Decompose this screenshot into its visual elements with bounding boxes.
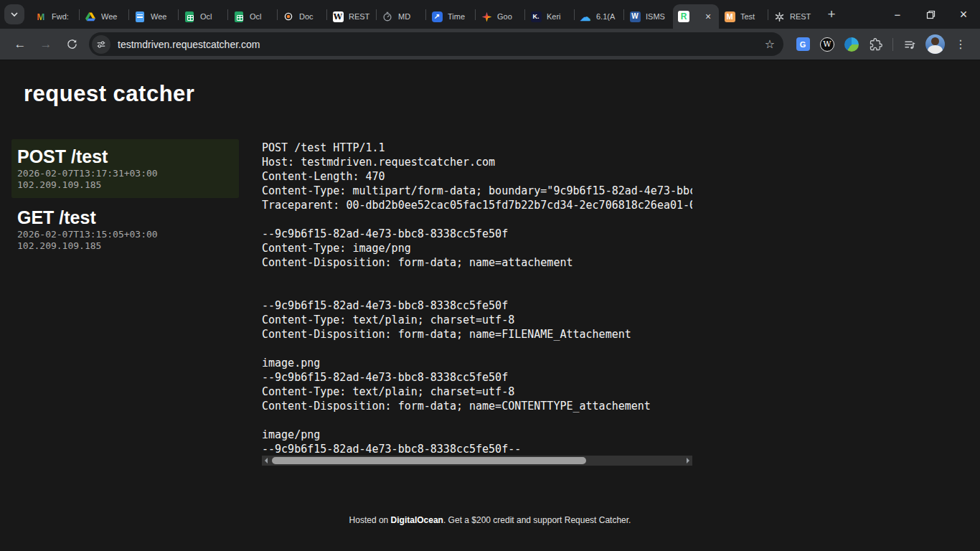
tab-gmail[interactable]: M Fwd: bbox=[30, 4, 79, 29]
tab-docs[interactable]: Wee bbox=[129, 4, 178, 29]
request-timestamp: 2026-02-07T13:15:05+03:00 bbox=[17, 229, 232, 240]
mail-m-icon: M bbox=[725, 11, 735, 22]
reload-icon bbox=[66, 38, 78, 50]
site-info-button[interactable] bbox=[92, 35, 110, 54]
word-icon: W bbox=[630, 11, 641, 22]
tab-kerika[interactable]: K. Keri bbox=[525, 4, 574, 29]
timer-app-icon: ↗ bbox=[432, 11, 443, 22]
puzzle-icon bbox=[870, 38, 882, 51]
reload-button[interactable] bbox=[61, 34, 83, 55]
toolbar-separator bbox=[892, 38, 893, 51]
translate-icon: G bbox=[796, 37, 810, 51]
scrollbar-thumb[interactable] bbox=[272, 457, 586, 464]
back-button[interactable]: ← bbox=[9, 34, 31, 55]
translate-extension-button[interactable]: G bbox=[793, 34, 813, 55]
request-method-path: GET /test bbox=[17, 207, 232, 229]
restore-button[interactable] bbox=[914, 0, 947, 29]
tab-search-button[interactable] bbox=[4, 4, 24, 24]
request-timestamp: 2026-02-07T13:17:31+03:00 bbox=[17, 168, 232, 179]
chevron-down-icon bbox=[10, 10, 19, 19]
new-tab-button[interactable]: + bbox=[821, 4, 842, 24]
sheets-icon bbox=[233, 11, 245, 22]
request-list: POST /test 2026-02-07T13:17:31+03:00 102… bbox=[11, 139, 239, 259]
url-text[interactable]: testmdriven.requestcatcher.com bbox=[118, 39, 765, 50]
tab-cloud-doc[interactable]: ☁ 6.1(A bbox=[575, 4, 623, 29]
kerika-icon: K. bbox=[531, 11, 542, 22]
request-body-text: POST /test HTTP/1.1 Host: testmdriven.re… bbox=[262, 141, 692, 456]
footer-prefix: Hosted on bbox=[349, 515, 391, 525]
wikipedia-icon: W bbox=[333, 11, 344, 22]
scroll-left-arrow[interactable] bbox=[262, 456, 270, 466]
drive-icon bbox=[85, 11, 96, 22]
horizontal-scrollbar[interactable] bbox=[262, 456, 692, 466]
tab-sheets-1[interactable]: Ocl bbox=[179, 4, 227, 29]
tab-strip: M Fwd: Wee Wee Ocl Ocl Doc W REST bbox=[0, 0, 980, 29]
idm-extension-button[interactable] bbox=[842, 34, 862, 55]
close-window-button[interactable]: × bbox=[947, 0, 980, 29]
tab-wikipedia[interactable]: W REST bbox=[327, 4, 376, 29]
bookmark-star-icon[interactable]: ☆ bbox=[765, 37, 775, 51]
address-bar[interactable]: testmdriven.requestcatcher.com ☆ bbox=[89, 32, 783, 56]
request-item-post[interactable]: POST /test 2026-02-07T13:17:31+03:00 102… bbox=[11, 139, 239, 198]
request-body-panel: POST /test HTTP/1.1 Host: testmdriven.re… bbox=[262, 141, 692, 456]
docs-icon bbox=[134, 11, 146, 22]
request-ip: 102.209.109.185 bbox=[17, 240, 232, 252]
tab-md[interactable]: MD bbox=[377, 4, 425, 29]
tab-openai-rest[interactable]: REST bbox=[768, 4, 817, 29]
stopwatch-icon bbox=[382, 11, 393, 22]
openai-icon bbox=[773, 11, 785, 22]
tab-dochub[interactable]: Doc bbox=[278, 4, 326, 29]
page-title: request catcher bbox=[24, 81, 194, 107]
wikipedia-circle-icon: W bbox=[820, 37, 834, 52]
footer-link[interactable]: Hosted on DigitalOcean. Get a $200 credi… bbox=[0, 515, 980, 525]
dochub-icon bbox=[283, 11, 294, 22]
footer-brand: DigitalOcean bbox=[391, 515, 443, 525]
request-catcher-icon: R bbox=[678, 11, 689, 22]
tab-drive[interactable]: Wee bbox=[80, 4, 128, 29]
minimize-button[interactable]: − bbox=[881, 0, 914, 29]
tab-word-isms[interactable]: W ISMS bbox=[624, 4, 673, 29]
google-sparkle-icon bbox=[481, 11, 492, 22]
restore-icon bbox=[926, 10, 936, 19]
extensions-button[interactable] bbox=[866, 34, 886, 55]
browser-menu-button[interactable]: ⋮ bbox=[951, 34, 971, 55]
media-queue-button[interactable] bbox=[900, 34, 920, 55]
request-ip: 102.209.109.185 bbox=[17, 179, 232, 191]
request-method-path: POST /test bbox=[17, 146, 232, 168]
tab-test-mail[interactable]: M Test bbox=[719, 4, 768, 29]
gmail-icon: M bbox=[35, 11, 47, 22]
profile-avatar[interactable] bbox=[925, 34, 945, 54]
tab-sheets-2[interactable]: Ocl bbox=[228, 4, 277, 29]
wikipedia-extension-button[interactable]: W bbox=[817, 34, 837, 55]
tab-request-catcher-active[interactable]: R × bbox=[673, 4, 719, 29]
scroll-right-arrow[interactable] bbox=[684, 456, 692, 466]
page-content: request catcher POST /test 2026-02-07T13… bbox=[0, 60, 980, 550]
window-controls: − × bbox=[881, 0, 980, 29]
tune-icon bbox=[96, 39, 106, 50]
footer-suffix: . Get a $200 credit and support Request … bbox=[443, 515, 631, 525]
tab-google[interactable]: Goo bbox=[476, 4, 524, 29]
forward-button[interactable]: → bbox=[35, 34, 57, 55]
browser-toolbar: ← → testmdriven.requestcatcher.com ☆ G W… bbox=[0, 29, 980, 60]
playlist-music-icon bbox=[903, 38, 916, 51]
tab-close-button[interactable]: × bbox=[702, 11, 714, 22]
sheets-icon bbox=[184, 11, 195, 22]
idm-icon bbox=[844, 37, 859, 52]
tab-time[interactable]: ↗ Time bbox=[426, 4, 475, 29]
request-item-get[interactable]: GET /test 2026-02-07T13:15:05+03:00 102.… bbox=[11, 200, 239, 259]
scrollbar-track[interactable] bbox=[270, 456, 684, 466]
cloud-icon: ☁ bbox=[580, 11, 591, 22]
